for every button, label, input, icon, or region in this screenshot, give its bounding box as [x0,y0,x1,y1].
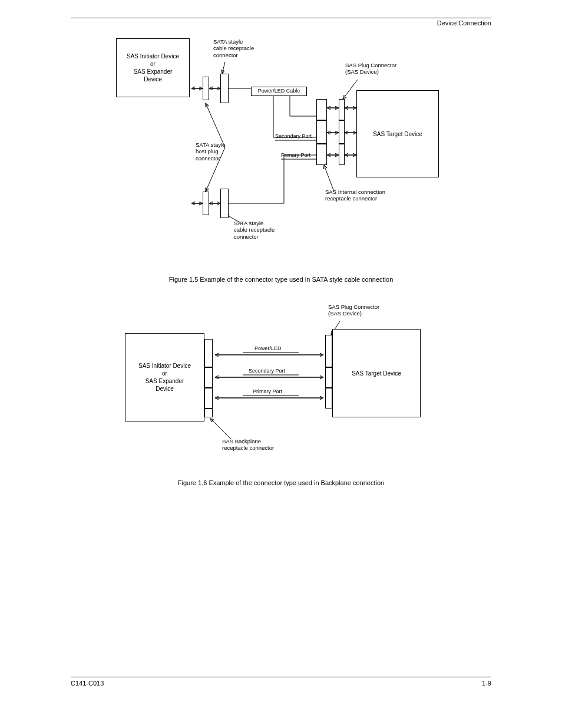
figure-1: SAS Initiator DeviceorSAS ExpanderDevice… [116,38,446,271]
plug2-seg-secondary [325,367,332,388]
sas-target-label-2: SAS Target Device [352,370,401,377]
sas-target-box-2: SAS Target Device [332,329,421,417]
sata-cable-recept-bottom [220,189,229,218]
sas-plug-connector-label: SAS Plug Connector(SAS Device) [345,62,396,75]
power-led-cable-box: Power/LED Cable [251,87,307,96]
figure-2: SAS Initiator DeviceorSAS ExpanderDevice… [116,301,446,475]
figure-1-caption: Figure 1.5 Example of the connector type… [71,276,491,283]
plug-seg-power [339,99,345,120]
sata-cable-recept-bottom-label: SATA staylecable receptacleconnector [234,220,275,240]
sas-target-box: SAS Target Device [356,90,439,177]
footer-right: 1-9 [482,680,491,687]
figure-2-caption: Figure 1.6 Example of the connector type… [71,479,491,486]
header-right: Device Connection [71,19,491,27]
sas-initiator-bottom-label: SAS Initiator DeviceorSAS ExpanderDevice [127,52,179,83]
sata-cable-recept-top [220,74,229,103]
footer-left: C141-C013 [71,680,104,687]
sata-cable-recept-top-label: SATA staylecable receptacleconnector [213,38,254,58]
recept-seg-power [316,99,327,120]
backplane-seg-secondary [204,367,213,388]
plug-seg-secondary [339,120,345,144]
secondary-port-label-2: Secondary Port [249,368,285,374]
backplane-seg-power [204,339,213,367]
plug-seg-primary [339,144,345,165]
power-led-label-2: Power/LED [254,345,282,352]
backplane-seg-extra [204,409,213,417]
sata-host-plug-label: SATA staylehost plugconnector [196,141,225,162]
recept-seg-secondary [316,120,327,144]
sas-initiator-box-2: SAS Initiator DeviceorSAS ExpanderDevice [125,333,204,421]
sas-internal-conn-label: SAS Internal connectionreceptacle connec… [325,189,385,202]
primary-port-label: Primary Port [281,152,310,159]
sas-initiator-bottom-box: SAS Initiator DeviceorSAS ExpanderDevice [116,38,190,97]
plug2-seg-primary [325,388,332,409]
secondary-port-label: Secondary Port [275,133,312,140]
plug2-seg-power [325,335,332,367]
sata-host-plug-bottom [203,192,209,215]
sas-target-label: SAS Target Device [373,130,422,138]
backplane-recept-label: SAS Backplanereceptacle connector [222,438,274,452]
sas-initiator-label-2: SAS Initiator DeviceorSAS ExpanderDevice [138,362,191,393]
power-led-cable-label: Power/LED Cable [258,88,300,95]
sas-plug-connector-label-2: SAS Plug Connector(SAS Device) [328,304,379,317]
backplane-seg-primary [204,388,213,409]
sata-host-plug-top [203,77,209,100]
recept-seg-primary [316,144,327,165]
primary-port-label-2: Primary Port [253,388,282,395]
